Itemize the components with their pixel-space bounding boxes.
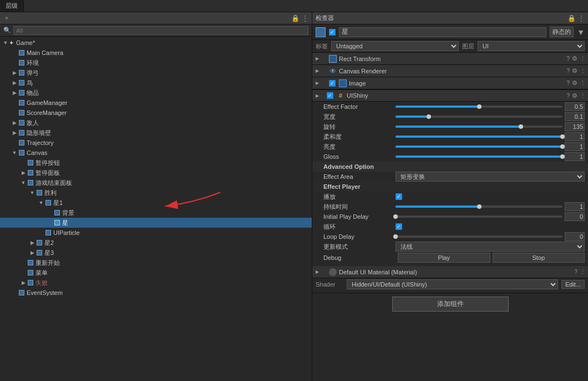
rect-transform-kebab-icon[interactable]: ⋮ — [580, 55, 586, 62]
tree-item-zantinganzniu[interactable]: 暂停按钮 — [0, 158, 312, 168]
play-checkbox[interactable] — [396, 193, 402, 200]
static-dropdown-arrow[interactable]: ▼ — [577, 28, 585, 37]
uishiny-help-icon[interactable]: ? — [566, 93, 570, 99]
rotation-value[interactable]: 135 — [565, 122, 585, 131]
tree-expand-zanmian — [20, 169, 27, 176]
loop-delay-thumb[interactable] — [393, 234, 398, 239]
uishiny-settings-icon[interactable]: ⚙ — [572, 92, 577, 99]
duration-value[interactable]: 1 — [565, 202, 585, 211]
width-thumb[interactable] — [427, 114, 431, 119]
shader-edit-button[interactable]: Edit... — [561, 280, 585, 289]
rect-transform-header[interactable]: Rect Transform ? ⚙ ⋮ — [312, 53, 588, 65]
loop-checkbox[interactable] — [396, 223, 402, 230]
tree-item-main-camera[interactable]: Main Camera — [0, 48, 312, 58]
uishiny-active-checkbox[interactable]: ✓ — [327, 92, 333, 99]
shader-dropdown[interactable]: Hidden/UI/Default (UIShiny) — [347, 279, 558, 289]
rotation-thumb[interactable] — [519, 124, 523, 129]
add-object-icon[interactable]: ＋ — [3, 13, 10, 23]
duration-slider[interactable] — [396, 205, 562, 208]
layer-dropdown[interactable]: UI — [478, 41, 585, 51]
inspector-more-icon[interactable]: ⋮ — [578, 14, 585, 22]
image-active-checkbox[interactable]: ✓ — [329, 80, 336, 87]
loop-delay-value[interactable]: 0 — [565, 232, 585, 241]
tree-item-game[interactable]: ✦ Game* — [0, 38, 312, 48]
object-active-checkbox[interactable]: ✓ — [329, 29, 336, 36]
effect-factor-slider-container: 0.5 — [396, 102, 585, 111]
tree-item-shibai[interactable]: 失败 — [0, 278, 312, 288]
effect-factor-thumb[interactable] — [477, 104, 481, 109]
brightness-thumb[interactable] — [560, 144, 565, 149]
uishiny-component-header[interactable]: ✓ # UIShiny ? ⚙ ⋮ — [312, 89, 588, 102]
static-button[interactable]: 静态的 — [550, 27, 574, 37]
add-component-button[interactable]: 添加组件 — [392, 297, 509, 312]
tree-item-huanjing[interactable]: 环境 — [0, 58, 312, 68]
hierarchy-search-input[interactable] — [13, 26, 308, 35]
effect-factor-slider[interactable] — [396, 106, 562, 108]
tree-item-wupin[interactable]: 物品 — [0, 88, 312, 98]
tree-item-niao[interactable]: 鸟 — [0, 78, 312, 88]
update-mode-dropdown[interactable]: 法线 — [396, 242, 585, 252]
tree-item-shengli[interactable]: 胜利 — [0, 188, 312, 198]
tree-item-trajectory[interactable]: Trajectory — [0, 138, 312, 148]
loop-delay-slider[interactable] — [396, 235, 562, 238]
tree-item-youxijieshumianban[interactable]: 游戏结束面板 — [0, 178, 312, 188]
lock-icon[interactable]: 🔒 — [291, 14, 300, 22]
tree-item-scoremanager[interactable]: ScoreManager — [0, 108, 312, 118]
material-component-header[interactable]: Default UI Material (Material) ? ⋮ — [312, 266, 588, 278]
tag-dropdown[interactable]: Untagged — [331, 41, 459, 51]
tree-item-xing1[interactable]: 星1 — [0, 198, 312, 208]
tree-item-xing3[interactable]: 星3 — [0, 248, 312, 258]
brightness-value[interactable]: 1 — [565, 142, 585, 151]
effect-factor-value[interactable]: 0.5 — [565, 102, 585, 111]
brightness-slider[interactable] — [396, 146, 562, 148]
image-component-header[interactable]: ✓ Image ? ⚙ ⋮ — [312, 77, 588, 89]
inspector-lock-icon[interactable]: 🔒 — [567, 14, 576, 22]
tree-item-gamemanager[interactable]: GameManager — [0, 98, 312, 108]
hierarchy-tab[interactable]: 层级 — [0, 0, 24, 12]
canvas-renderer-help-icon[interactable]: ? — [566, 68, 570, 74]
tree-item-yinxingqiang[interactable]: 隐形墙壁 — [0, 128, 312, 138]
tree-item-chongxin[interactable]: 重新开始 — [0, 258, 312, 268]
rect-transform-help-icon[interactable]: ? — [566, 56, 570, 62]
tree-item-caidan[interactable]: 菜单 — [0, 268, 312, 278]
canvas-renderer-kebab-icon[interactable]: ⋮ — [580, 67, 586, 74]
debug-play-button[interactable]: Play — [398, 253, 490, 263]
object-name-input[interactable] — [339, 27, 546, 37]
initial-play-delay-thumb[interactable] — [393, 214, 398, 219]
width-value[interactable]: 0.1 — [565, 112, 585, 121]
width-slider[interactable] — [396, 116, 562, 118]
effect-area-dropdown[interactable]: 矩形变换 — [396, 172, 585, 182]
tree-item-dangong[interactable]: 弹弓 — [0, 68, 312, 78]
image-kebab-icon[interactable]: ⋮ — [580, 79, 586, 87]
tree-item-beijing[interactable]: 背景 — [0, 208, 312, 218]
gloss-value[interactable]: 1 — [565, 152, 585, 161]
gloss-thumb[interactable] — [560, 154, 565, 159]
softness-thumb[interactable] — [560, 134, 565, 139]
gloss-slider[interactable] — [396, 156, 562, 158]
material-kebab-icon[interactable]: ⋮ — [580, 268, 586, 275]
debug-stop-button[interactable]: Stop — [493, 253, 585, 263]
tree-item-eventsystem[interactable]: EventSystem — [0, 288, 312, 298]
brightness-fill — [396, 146, 562, 148]
uishiny-kebab-icon[interactable]: ⋮ — [580, 92, 586, 99]
tree-item-xing2[interactable]: 星2 — [0, 238, 312, 248]
image-help-icon[interactable]: ? — [566, 80, 570, 86]
canvas-renderer-header[interactable]: 👁 Canvas Renderer ? ⚙ ⋮ — [312, 65, 588, 77]
tree-item-diren[interactable]: 敌人 — [0, 118, 312, 128]
rotation-slider[interactable] — [396, 126, 562, 128]
rect-transform-settings-icon[interactable]: ⚙ — [572, 55, 577, 62]
softness-value[interactable]: 1 — [565, 132, 585, 141]
duration-thumb[interactable] — [477, 204, 481, 209]
softness-slider[interactable] — [396, 136, 562, 138]
initial-play-delay-slider[interactable] — [396, 215, 562, 218]
image-settings-icon[interactable]: ⚙ — [572, 79, 577, 87]
tree-item-zantingmianban[interactable]: 暂停面板 — [0, 168, 312, 178]
tree-item-xing-selected[interactable]: 星 — [0, 218, 312, 228]
canvas-renderer-settings-icon[interactable]: ⚙ — [572, 67, 577, 74]
tree-item-uiparticle[interactable]: UIParticle — [0, 228, 312, 238]
initial-play-delay-value[interactable]: 0 — [565, 212, 585, 221]
more-options-icon[interactable]: ⋮ — [302, 14, 308, 22]
tree-item-canvas[interactable]: Canvas — [0, 148, 312, 158]
material-help-icon[interactable]: ? — [574, 269, 577, 275]
rect-transform-expand-icon — [315, 56, 320, 62]
